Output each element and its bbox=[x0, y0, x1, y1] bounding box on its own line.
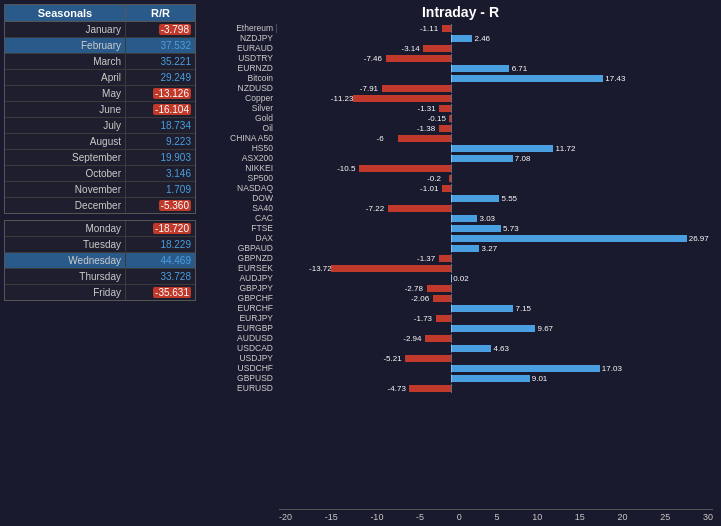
bar-value-label: 7.08 bbox=[515, 154, 531, 163]
bar-label: GBPNZD bbox=[208, 254, 276, 263]
seasonals-header: Seasonals R/R bbox=[5, 5, 195, 22]
day-row: Friday-35.631 bbox=[5, 285, 195, 300]
month-label: September bbox=[5, 150, 125, 165]
bar-fill bbox=[451, 235, 687, 242]
bar-track: 9.01 bbox=[276, 374, 713, 383]
bar-row: NIKKEI-10.5 bbox=[208, 164, 713, 173]
seasonal-row: December-5.360 bbox=[5, 198, 195, 213]
bar-row: EURJPY-1.73 bbox=[208, 314, 713, 323]
bar-track: 17.43 bbox=[276, 74, 713, 83]
bar-label: GBPAUD bbox=[208, 244, 276, 253]
zero-line bbox=[451, 284, 452, 293]
zero-line bbox=[451, 124, 452, 133]
seasonals-table: Seasonals R/R January-3.798February37.53… bbox=[4, 4, 196, 214]
bar-label: USDJPY bbox=[208, 354, 276, 363]
bar-label: Gold bbox=[208, 114, 276, 123]
bar-track: -3.14 bbox=[276, 44, 713, 53]
bar-label: FTSE bbox=[208, 224, 276, 233]
bar-row: CHINA A50-6 bbox=[208, 134, 713, 143]
bar-value-label: 9.01 bbox=[532, 374, 548, 383]
bar-fill bbox=[451, 305, 513, 312]
zero-line bbox=[451, 264, 452, 273]
bar-track: -1.11 bbox=[276, 24, 713, 33]
day-row: Wednesday44.469 bbox=[5, 253, 195, 269]
zero-line bbox=[451, 104, 452, 113]
bar-value-label: -7.22 bbox=[366, 204, 384, 213]
bar-value-label: 9.67 bbox=[538, 324, 554, 333]
month-label: February bbox=[5, 38, 125, 53]
bar-value-label: -4.73 bbox=[388, 384, 406, 393]
zero-line bbox=[451, 254, 452, 263]
bar-row: Gold-0.15 bbox=[208, 114, 713, 123]
bar-row: FTSE5.73 bbox=[208, 224, 713, 233]
bar-label: GBPCHF bbox=[208, 294, 276, 303]
x-tick-label: 0 bbox=[457, 512, 462, 522]
bar-label: NZDUSD bbox=[208, 84, 276, 93]
x-tick-label: -5 bbox=[416, 512, 424, 522]
bar-fill bbox=[451, 155, 513, 162]
day-label: Monday bbox=[5, 221, 125, 236]
bar-row: DOW5.55 bbox=[208, 194, 713, 203]
zero-line bbox=[451, 334, 452, 343]
zero-line bbox=[451, 364, 452, 373]
bar-row: NZDJPY2.46 bbox=[208, 34, 713, 43]
bar-label: DAX bbox=[208, 234, 276, 243]
bar-track: -7.46 bbox=[276, 54, 713, 63]
bar-label: Bitcoin bbox=[208, 74, 276, 83]
day-row: Monday-18.720 bbox=[5, 221, 195, 237]
zero-line bbox=[451, 244, 452, 253]
bar-track: -2.94 bbox=[276, 334, 713, 343]
bar-value-label: -11.23 bbox=[331, 94, 354, 103]
bar-value-label: -7.91 bbox=[360, 84, 378, 93]
bar-fill bbox=[439, 255, 451, 262]
month-label: October bbox=[5, 166, 125, 181]
bar-label: EURNZD bbox=[208, 64, 276, 73]
bar-value-label: 6.71 bbox=[512, 64, 528, 73]
zero-line bbox=[451, 114, 452, 123]
bar-fill bbox=[439, 125, 451, 132]
zero-line bbox=[451, 224, 452, 233]
bar-value-label: -0.15 bbox=[428, 114, 446, 123]
bar-row: EURNZD6.71 bbox=[208, 64, 713, 73]
seasonal-row: June-16.104 bbox=[5, 102, 195, 118]
bar-row: EURGBP9.67 bbox=[208, 324, 713, 333]
seasonal-row: July18.734 bbox=[5, 118, 195, 134]
bar-fill bbox=[433, 295, 451, 302]
bar-fill bbox=[386, 55, 451, 62]
bar-label: GBPUSD bbox=[208, 374, 276, 383]
bar-row: DAX26.97 bbox=[208, 234, 713, 243]
bar-value-label: 0.02 bbox=[453, 274, 469, 283]
bar-row: EURSEK-13.72 bbox=[208, 264, 713, 273]
bar-label: AUDUSD bbox=[208, 334, 276, 343]
seasonal-row: February37.532 bbox=[5, 38, 195, 54]
bar-track: 0.02 bbox=[276, 274, 713, 283]
bar-label: GBPJPY bbox=[208, 284, 276, 293]
chart-title: Intraday - R bbox=[208, 4, 713, 20]
bar-track: -2.78 bbox=[276, 284, 713, 293]
month-value: 35.221 bbox=[125, 54, 195, 69]
bar-value-label: 3.03 bbox=[479, 214, 495, 223]
bar-fill bbox=[451, 365, 600, 372]
bar-value-label: 17.43 bbox=[605, 74, 625, 83]
bar-label: USDTRY bbox=[208, 54, 276, 63]
bar-fill bbox=[451, 225, 501, 232]
zero-line bbox=[451, 294, 452, 303]
bar-track: 5.55 bbox=[276, 194, 713, 203]
bar-row: Silver-1.31 bbox=[208, 104, 713, 113]
month-value: 37.532 bbox=[125, 38, 195, 53]
day-row: Tuesday18.229 bbox=[5, 237, 195, 253]
month-value: 9.223 bbox=[125, 134, 195, 149]
bar-value-label: 17.03 bbox=[602, 364, 622, 373]
bar-row: CAC3.03 bbox=[208, 214, 713, 223]
bar-track: 4.63 bbox=[276, 344, 713, 353]
zero-line bbox=[451, 234, 452, 243]
bar-track: 7.08 bbox=[276, 154, 713, 163]
bar-fill bbox=[436, 315, 451, 322]
bar-value-label: -1.73 bbox=[414, 314, 432, 323]
bar-value-label: -1.11 bbox=[420, 24, 438, 33]
bar-row: NASDAQ-1.01 bbox=[208, 184, 713, 193]
day-label: Friday bbox=[5, 285, 125, 300]
bar-value-label: -2.06 bbox=[411, 294, 429, 303]
bar-row: SA40-7.22 bbox=[208, 204, 713, 213]
month-value: -13.126 bbox=[125, 86, 195, 101]
